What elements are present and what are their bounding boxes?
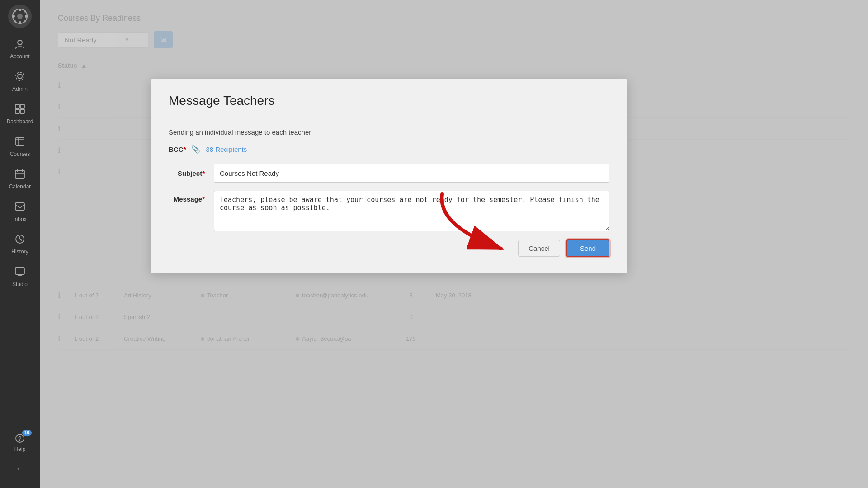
- svg-point-6: [14, 10, 16, 13]
- svg-rect-26: [15, 268, 24, 274]
- sidebar-label-calendar: Calendar: [9, 183, 31, 190]
- sidebar-label-inbox: Inbox: [13, 216, 26, 222]
- modal-divider: [169, 118, 609, 118]
- sidebar: Account Admin Dashboard: [0, 0, 40, 488]
- subject-row: Subject*: [169, 164, 609, 183]
- sidebar-item-calendar[interactable]: Calendar: [0, 163, 40, 195]
- sidebar-item-inbox[interactable]: Inbox: [0, 195, 40, 228]
- history-icon: [14, 233, 26, 247]
- svg-rect-17: [16, 137, 24, 145]
- courses-icon: [14, 136, 26, 149]
- studio-icon: [14, 266, 26, 279]
- svg-point-10: [18, 40, 22, 45]
- collapse-arrow-icon: ←: [15, 463, 24, 474]
- message-teachers-modal: Message Teachers Sending an individual m…: [151, 79, 627, 273]
- svg-point-5: [25, 15, 28, 18]
- sidebar-item-account[interactable]: Account: [0, 33, 40, 65]
- sidebar-item-admin[interactable]: Admin: [0, 65, 40, 98]
- sidebar-label-account: Account: [10, 53, 29, 60]
- main-content: Courses By Readiness Not Ready ▼ ✉ Statu…: [40, 0, 868, 488]
- svg-point-11: [18, 74, 22, 79]
- subject-label: Subject*: [169, 169, 205, 177]
- sidebar-item-studio[interactable]: Studio: [0, 260, 40, 293]
- svg-point-3: [19, 21, 21, 24]
- svg-rect-15: [15, 109, 19, 113]
- svg-point-7: [24, 10, 26, 13]
- bcc-row: BCC* 📎 38 Recipients: [169, 145, 609, 154]
- admin-icon: [14, 70, 26, 84]
- recipients-link[interactable]: 38 Recipients: [206, 145, 247, 153]
- modal-footer: Cancel Send: [169, 239, 609, 257]
- svg-rect-14: [20, 104, 24, 108]
- sidebar-item-courses[interactable]: Courses: [0, 130, 40, 163]
- calendar-icon: [14, 168, 26, 182]
- svg-text:?: ?: [18, 435, 21, 442]
- sidebar-item-dashboard[interactable]: Dashboard: [0, 98, 40, 130]
- dashboard-icon: [14, 103, 26, 117]
- svg-point-1: [17, 14, 23, 19]
- sidebar-label-courses: Courses: [10, 151, 30, 157]
- sidebar-label-history: History: [11, 249, 28, 255]
- sidebar-bottom: 10 ? Help ←: [0, 427, 40, 488]
- message-textarea[interactable]: Teachers, please be aware that your cour…: [214, 191, 609, 231]
- help-badge-count: 10: [22, 430, 32, 436]
- app-logo[interactable]: [8, 5, 32, 28]
- sidebar-item-history[interactable]: History: [0, 228, 40, 260]
- sidebar-label-studio: Studio: [12, 281, 28, 287]
- message-row: Message* Teachers, please be aware that …: [169, 191, 609, 231]
- send-button[interactable]: Send: [566, 239, 609, 257]
- svg-point-9: [24, 20, 26, 23]
- svg-rect-24: [15, 203, 24, 210]
- cancel-button[interactable]: Cancel: [518, 240, 560, 257]
- svg-rect-13: [15, 104, 19, 108]
- inbox-icon: [14, 201, 26, 214]
- sidebar-item-help[interactable]: 10 ? Help: [0, 427, 40, 458]
- sidebar-label-help: Help: [14, 446, 26, 452]
- bcc-label: BCC*: [169, 145, 186, 153]
- paperclip-icon: 📎: [191, 145, 200, 154]
- svg-rect-16: [20, 109, 24, 113]
- account-icon: [14, 38, 26, 52]
- svg-point-2: [19, 9, 21, 11]
- sidebar-label-dashboard: Dashboard: [7, 118, 33, 125]
- modal-info-text: Sending an individual message to each te…: [169, 128, 609, 136]
- subject-input[interactable]: [214, 164, 609, 183]
- sidebar-label-admin: Admin: [12, 86, 28, 92]
- sidebar-collapse-button[interactable]: ←: [0, 458, 40, 479]
- svg-point-4: [12, 15, 15, 18]
- modal-title: Message Teachers: [169, 94, 609, 108]
- svg-point-12: [16, 72, 24, 80]
- message-label: Message*: [169, 191, 205, 203]
- svg-rect-20: [15, 170, 24, 178]
- svg-point-8: [14, 20, 16, 23]
